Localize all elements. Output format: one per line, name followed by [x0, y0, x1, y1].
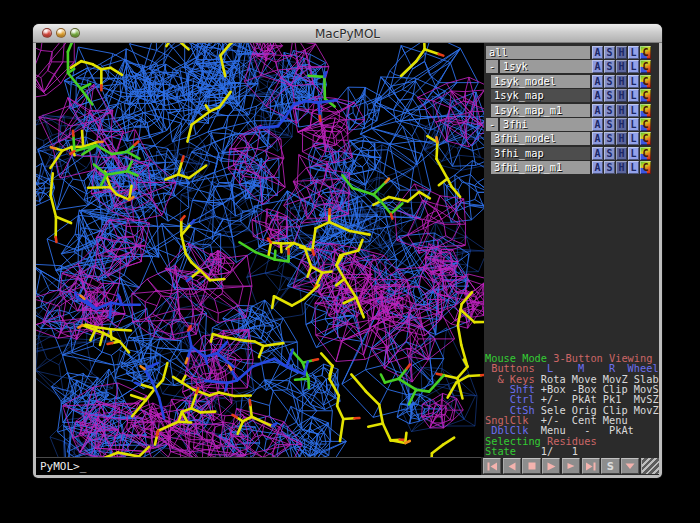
object-row: 3fhi_modelASHLC: [486, 132, 659, 145]
viewport-3d[interactable]: [36, 43, 484, 457]
object-name-1syk_map[interactable]: 1syk_map: [491, 89, 590, 102]
a-menu-button[interactable]: A: [592, 118, 603, 131]
s-menu-button[interactable]: S: [604, 118, 615, 131]
mouse-help-line: State 1/ 1: [485, 446, 659, 456]
skip-to-start-button[interactable]: [483, 458, 501, 474]
action-buttons: ASHLC: [592, 75, 651, 88]
play-button[interactable]: [542, 458, 560, 474]
action-buttons: ASHLC: [592, 132, 651, 145]
object-row: 3fhi_map_m1ASHLC: [486, 161, 659, 174]
s-menu-button[interactable]: S: [604, 89, 615, 102]
a-menu-button[interactable]: A: [592, 46, 603, 59]
l-menu-button[interactable]: L: [628, 75, 639, 88]
object-row: 1syk_mapASHLC: [486, 89, 659, 102]
a-menu-button[interactable]: A: [592, 147, 603, 160]
bottom-bar: PyMOL>_ SF: [36, 457, 659, 475]
resize-grip[interactable]: [642, 458, 659, 474]
skip-end-icon: [586, 462, 596, 471]
s-menu-button[interactable]: S: [604, 60, 615, 73]
h-menu-button[interactable]: H: [616, 89, 627, 102]
molecule-render[interactable]: [36, 43, 484, 457]
object-name-3fhi[interactable]: 3fhi: [500, 118, 592, 131]
desktop-background: MacPyMOL allASHLC-1sykASHLC1syk_modelASH…: [0, 0, 700, 523]
object-row: 1syk_map_m1ASHLC: [486, 104, 659, 117]
object-row: -1sykASHLC: [486, 60, 659, 73]
object-name-1syk[interactable]: 1syk: [500, 60, 592, 73]
a-menu-button[interactable]: A: [592, 60, 603, 73]
h-menu-button[interactable]: H: [616, 75, 627, 88]
scene-button-label: S: [607, 461, 614, 472]
c-menu-button[interactable]: C: [640, 161, 651, 174]
s-menu-button[interactable]: S: [604, 147, 615, 160]
l-menu-button[interactable]: L: [628, 89, 639, 102]
l-menu-button[interactable]: L: [628, 132, 639, 145]
h-menu-button[interactable]: H: [616, 161, 627, 174]
object-name-3fhi_model[interactable]: 3fhi_model: [491, 132, 590, 145]
l-menu-button[interactable]: L: [628, 147, 639, 160]
h-menu-button[interactable]: H: [616, 132, 627, 145]
c-menu-button[interactable]: C: [640, 75, 651, 88]
s-menu-button[interactable]: S: [604, 46, 615, 59]
skip-to-end-button[interactable]: [582, 458, 600, 474]
s-menu-button[interactable]: S: [604, 161, 615, 174]
a-menu-button[interactable]: A: [592, 132, 603, 145]
title-bar[interactable]: MacPyMOL: [33, 24, 662, 43]
action-buttons: ASHLC: [592, 46, 651, 59]
c-menu-button[interactable]: C: [640, 89, 651, 102]
movie-controls: SF: [481, 457, 659, 475]
h-menu-button[interactable]: H: [616, 118, 627, 131]
object-name-1syk_map_m1[interactable]: 1syk_map_m1: [491, 104, 590, 117]
square-icon: [528, 462, 536, 470]
a-menu-button[interactable]: A: [592, 161, 603, 174]
mouse-mode-help: Mouse Mode 3-Button Viewing Buttons L M …: [485, 353, 659, 456]
scene-button[interactable]: S: [601, 458, 619, 474]
action-buttons: ASHLC: [592, 118, 651, 131]
s-menu-button[interactable]: S: [604, 75, 615, 88]
command-prompt[interactable]: PyMOL>_: [36, 457, 481, 475]
h-menu-button[interactable]: H: [616, 60, 627, 73]
l-menu-button[interactable]: L: [628, 60, 639, 73]
h-menu-button[interactable]: H: [616, 104, 627, 117]
tri-right-icon: [547, 462, 556, 471]
h-menu-button[interactable]: H: [616, 46, 627, 59]
control-panel: allASHLC-1sykASHLC1syk_modelASHLC1syk_ma…: [484, 43, 659, 457]
a-menu-button[interactable]: A: [592, 89, 603, 102]
s-menu-button[interactable]: S: [604, 104, 615, 117]
l-menu-button[interactable]: L: [628, 118, 639, 131]
object-name-3fhi_map[interactable]: 3fhi_map: [491, 147, 590, 160]
action-buttons: ASHLC: [592, 161, 651, 174]
window-title: MacPyMOL: [33, 27, 662, 41]
c-menu-button[interactable]: C: [640, 118, 651, 131]
action-buttons: ASHLC: [592, 60, 651, 73]
l-menu-button[interactable]: L: [628, 46, 639, 59]
object-row: 1syk_modelASHLC: [486, 75, 659, 88]
c-menu-button[interactable]: C: [640, 104, 651, 117]
action-buttons: ASHLC: [592, 147, 651, 160]
collapse-toggle[interactable]: -: [486, 60, 498, 73]
object-name-3fhi_map_m1[interactable]: 3fhi_map_m1: [491, 161, 590, 174]
tri-down-icon: [625, 462, 635, 470]
s-menu-button[interactable]: S: [604, 132, 615, 145]
object-row: 3fhi_mapASHLC: [486, 147, 659, 160]
collapse-toggle[interactable]: -: [486, 118, 498, 131]
a-menu-button[interactable]: A: [592, 75, 603, 88]
action-buttons: ASHLC: [592, 104, 651, 117]
object-row: -3fhiASHLC: [486, 118, 659, 131]
c-menu-button[interactable]: C: [640, 147, 651, 160]
a-menu-button[interactable]: A: [592, 104, 603, 117]
step-forward-button[interactable]: [562, 458, 580, 474]
h-menu-button[interactable]: H: [616, 147, 627, 160]
action-buttons: ASHLC: [592, 89, 651, 102]
c-menu-button[interactable]: C: [640, 132, 651, 145]
l-menu-button[interactable]: L: [628, 104, 639, 117]
c-menu-button[interactable]: C: [640, 60, 651, 73]
object-name-1syk_model[interactable]: 1syk_model: [491, 75, 590, 88]
step-back-button[interactable]: [503, 458, 521, 474]
window-content: allASHLC-1sykASHLC1syk_modelASHLC1syk_ma…: [36, 43, 659, 475]
tri-left-icon: [507, 462, 516, 471]
l-menu-button[interactable]: L: [628, 161, 639, 174]
c-menu-button[interactable]: C: [640, 46, 651, 59]
menu-down-button[interactable]: [621, 458, 639, 474]
object-name-all[interactable]: all: [486, 46, 590, 59]
stop-button[interactable]: [522, 458, 540, 474]
